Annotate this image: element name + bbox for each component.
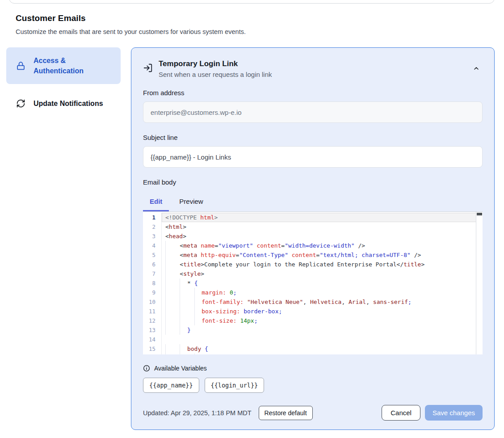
code-editor[interactable]: 1<!DOCTYPE html>2<html>3<head>4 <meta na…: [143, 211, 483, 354]
line-number: 14: [143, 335, 162, 344]
previous-card-bottom-edge: [9, 0, 495, 4]
log-in-icon: [143, 63, 153, 73]
code-line: 12 font-size: 14px;: [143, 316, 483, 325]
line-number: 16: [143, 354, 162, 354]
sidebar-item-update-notifications[interactable]: Update Notifications: [6, 94, 121, 113]
page-subtitle: Customize the emails that are sent to yo…: [16, 28, 488, 35]
code-line: 8 * {: [143, 278, 483, 288]
panel-footer: Updated: Apr 29, 2025, 1:18 PM MDT Resto…: [143, 405, 483, 421]
line-number: 7: [143, 269, 162, 278]
lock-icon: [16, 61, 25, 71]
sidebar-item-label: Update Notifications: [34, 98, 103, 109]
panel-title: Temporary Login Link: [159, 59, 464, 68]
line-number: 1: [143, 213, 162, 222]
tab-preview[interactable]: Preview: [172, 193, 210, 211]
code-line: 15 body {: [143, 344, 483, 354]
line-number: 5: [143, 250, 162, 260]
email-body-tabbar: Edit Preview: [143, 193, 483, 211]
updated-timestamp: Updated: Apr 29, 2025, 1:18 PM MDT: [143, 409, 252, 417]
subject-line-label: Subject line: [143, 134, 483, 141]
code-line: 5 <meta http-equiv="Content-Type" conten…: [143, 250, 483, 260]
line-number: 13: [143, 325, 162, 335]
code-lines: 1<!DOCTYPE html>2<html>3<head>4 <meta na…: [143, 212, 483, 354]
from-address-input[interactable]: [143, 101, 483, 123]
code-line: 10 font-family: "Helvetica Neue", Helvet…: [143, 297, 483, 307]
available-variables-header: Available Variables: [143, 365, 483, 372]
refresh-icon: [16, 99, 25, 108]
info-icon: [143, 365, 150, 372]
collapse-button[interactable]: [470, 62, 483, 75]
from-address-label: From address: [143, 89, 483, 97]
code-line: 14: [143, 335, 483, 344]
editor-scrollbar[interactable]: [476, 212, 483, 354]
page-title: Customer Emails: [16, 13, 488, 23]
code-line: 4 <meta name="viewport" content="width=d…: [143, 241, 483, 250]
restore-default-button[interactable]: Restore default: [259, 406, 313, 420]
code-line: 3<head>: [143, 232, 483, 241]
sidebar-item-access-authentication[interactable]: Access & Authentication: [6, 47, 121, 84]
code-line: 13 }: [143, 325, 483, 335]
code-line: 2<html>: [143, 222, 483, 232]
code-line: 7 <style>: [143, 269, 483, 278]
sidebar: Access & Authentication Update Notificat…: [6, 47, 121, 114]
variable-chips: {{app_name}} {{login_url}}: [143, 378, 483, 393]
code-line: 1<!DOCTYPE html>: [143, 213, 483, 222]
code-line: 11 box-sizing: border-box;: [143, 307, 483, 316]
panel-header: Temporary Login Link Sent when a user re…: [143, 59, 483, 78]
email-body-label: Email body: [143, 178, 483, 186]
chevron-up-icon: [473, 65, 480, 72]
line-number: 10: [143, 297, 162, 307]
line-number: 11: [143, 307, 162, 316]
variable-chip-app-name[interactable]: {{app_name}}: [143, 378, 199, 393]
line-number: 8: [143, 278, 162, 288]
code-line: 6 <title>Complete your login to the Repl…: [143, 260, 483, 269]
subject-line-input[interactable]: [143, 146, 483, 168]
line-number: 9: [143, 288, 162, 297]
tab-edit[interactable]: Edit: [143, 193, 169, 211]
code-line: 9 margin: 0;: [143, 288, 483, 297]
line-number: 6: [143, 260, 162, 269]
line-number: 2: [143, 222, 162, 232]
sidebar-item-label: Access & Authentication: [34, 55, 92, 76]
line-number: 12: [143, 316, 162, 325]
line-number: 3: [143, 232, 162, 241]
cancel-button[interactable]: Cancel: [382, 405, 420, 421]
panel-subtitle: Sent when a user requests a login link: [159, 71, 464, 78]
code-line: 16 background-color: #ffffff;: [143, 354, 483, 354]
line-number: 15: [143, 344, 162, 354]
line-number: 4: [143, 241, 162, 250]
editor-scrollbar-thumb[interactable]: [477, 213, 482, 215]
email-settings-panel: Temporary Login Link Sent when a user re…: [131, 47, 495, 430]
variable-chip-login-url[interactable]: {{login_url}}: [205, 378, 265, 393]
save-changes-button[interactable]: Save changes: [425, 405, 483, 421]
available-variables-label: Available Variables: [154, 365, 207, 372]
page-header: Customer Emails Customize the emails tha…: [0, 0, 504, 35]
